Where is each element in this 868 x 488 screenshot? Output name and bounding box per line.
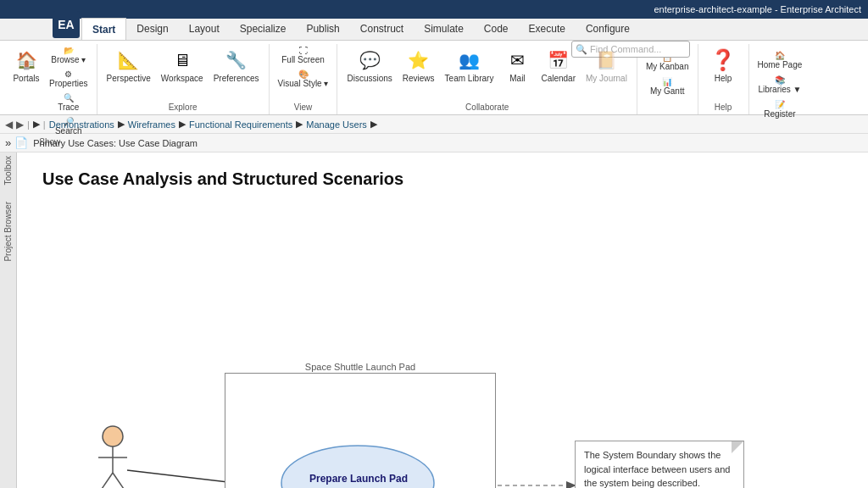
mail-button[interactable]: ✉ Mail — [499, 44, 535, 86]
libraries-button[interactable]: 📚 Libraries ▼ — [754, 74, 806, 96]
diagram-icon: 📄 — [14, 136, 28, 149]
ribbon-tabs: EA Start Design Layout Specialize Publis… — [0, 19, 868, 41]
libraries-label: Libraries ▼ — [758, 85, 801, 94]
mail-icon: ✉ — [504, 47, 531, 74]
portals-icon: 🏠 — [13, 47, 40, 74]
tab-construct[interactable]: Construct — [350, 18, 414, 40]
discussions-icon: 💬 — [356, 47, 383, 74]
journal-label: My Journal — [586, 74, 627, 84]
register-icon: 📝 — [775, 100, 785, 109]
portals-label: Portals — [13, 74, 39, 84]
nav-arrow-3: ▶ — [296, 119, 303, 130]
fullscreen-button[interactable]: ⛶ Full Screen — [275, 44, 332, 66]
collaborate-group-label: Collaborate — [465, 103, 509, 114]
nav-back[interactable]: ◀ — [5, 119, 13, 130]
tab-design[interactable]: Design — [126, 18, 178, 40]
register-button[interactable]: 📝 Register — [754, 98, 806, 120]
reviews-label: Reviews — [403, 74, 435, 84]
svg-line-7 — [100, 473, 113, 488]
help-button[interactable]: ❓ Help — [705, 44, 741, 86]
nav-sep-1: | — [27, 119, 30, 130]
breadcrumb-manage-users[interactable]: Manage Users — [306, 119, 367, 130]
libraries-icon: 📚 — [775, 75, 785, 85]
nav-sep-2: ▶ — [33, 119, 40, 130]
ea-logo[interactable]: EA — [53, 11, 80, 38]
project-browser-label[interactable]: Project Browser — [3, 202, 13, 262]
tab-simulate[interactable]: Simulate — [414, 18, 474, 40]
workspace-button[interactable]: 🖥 Workspace — [157, 44, 208, 86]
reviews-icon: ⭐ — [405, 47, 432, 74]
ribbon-group-collaborate: 💬 Discussions ⭐ Reviews 👥 Team Library ✉… — [337, 44, 637, 114]
note-box: The System Boundary shows the logical in… — [575, 441, 744, 488]
fullscreen-icon: ⛶ — [299, 46, 308, 55]
properties-icon: ⚙ — [64, 69, 72, 79]
breadcrumb-functional[interactable]: Functional Requirements — [189, 119, 292, 130]
register-label: Register — [764, 109, 795, 119]
collaborate-buttons: 💬 Discussions ⭐ Reviews 👥 Team Library ✉… — [342, 44, 631, 103]
tab-publish[interactable]: Publish — [296, 18, 349, 40]
toolbox-label[interactable]: Toolbox — [3, 156, 13, 185]
tab-configure[interactable]: Configure — [576, 18, 640, 40]
nav-sep-3: | — [43, 119, 46, 130]
discussions-button[interactable]: 💬 Discussions — [342, 44, 396, 86]
secondary-icons: » 📄 — [5, 136, 28, 149]
title-text: enterprise-architect-example - Enterpris… — [654, 4, 861, 14]
diagram-tab-label: Primary Use Cases: Use Case Diagram — [33, 138, 198, 148]
reviews-button[interactable]: ⭐ Reviews — [398, 44, 439, 86]
note-text: The System Boundary shows the logical in… — [584, 450, 730, 488]
discussions-label: Discussions — [347, 74, 392, 84]
explore-buttons: 📐 Perspective 🖥 Workspace 🔧 Preferences — [103, 44, 264, 103]
breadcrumb-demonstrations[interactable]: Demonstrations — [49, 119, 114, 130]
secondary-bar: » 📄 Primary Use Cases: Use Case Diagram — [0, 134, 868, 152]
actor-container: Ground Crew — [85, 424, 140, 488]
kanban-label: My Kanban — [646, 62, 689, 71]
nav-arrow-1: ▶ — [118, 119, 125, 130]
nav-arrow-2: ▶ — [179, 119, 186, 130]
main-layout: Toolbox Project Browser Use Case Analysi… — [0, 152, 868, 488]
perspective-button[interactable]: 📐 Perspective — [103, 44, 155, 86]
tab-layout[interactable]: Layout — [179, 18, 230, 40]
tab-code[interactable]: Code — [474, 18, 519, 40]
help-label: Help — [715, 74, 732, 84]
trace-icon: 🔍 — [64, 93, 74, 103]
browse-icon: 📂 — [64, 46, 74, 55]
calendar-label: Calendar — [541, 74, 576, 84]
portals-button[interactable]: 🏠 Portals — [8, 44, 44, 86]
browse-button[interactable]: 📂 Browse ▾ — [46, 44, 92, 66]
tab-start[interactable]: Start — [81, 18, 126, 40]
visual-style-button[interactable]: 🎨 Visual Style ▾ — [275, 68, 332, 90]
calendar-icon: 📅 — [545, 47, 572, 74]
gantt-label: My Gantt — [650, 86, 685, 96]
nav-arrow-4: ▶ — [370, 119, 377, 130]
ribbon: 🏠 Portals 📂 Browse ▾ ⚙ Properties 🔍 Trac… — [0, 41, 868, 115]
nav-forward[interactable]: ▶ — [16, 119, 24, 130]
trace-button[interactable]: 🔍 Trace — [46, 92, 92, 114]
ribbon-group-view: ⛶ Full Screen 🎨 Visual Style ▾ View — [270, 44, 338, 114]
breadcrumb-wireframes[interactable]: Wireframes — [128, 119, 175, 130]
home-page-button[interactable]: 🏠 Home Page — [754, 49, 806, 71]
home-page-icon: 🏠 — [775, 51, 785, 60]
chevron-right-icon[interactable]: » — [5, 136, 11, 149]
tab-execute[interactable]: Execute — [519, 18, 576, 40]
team-library-label: Team Library — [445, 74, 494, 84]
team-library-button[interactable]: 👥 Team Library — [441, 44, 498, 86]
perspective-icon: 📐 — [115, 47, 142, 74]
journal-icon: 📔 — [593, 47, 620, 74]
journal-button[interactable]: 📔 My Journal — [581, 44, 632, 86]
svg-point-4 — [103, 426, 123, 446]
my-gantt-button[interactable]: 📊 My Gantt — [643, 75, 693, 97]
svg-line-8 — [113, 473, 125, 488]
workspace-label: Workspace — [161, 74, 203, 84]
perspective-label: Perspective — [107, 74, 151, 84]
use-case-svg[interactable] — [275, 441, 441, 488]
preferences-button[interactable]: 🔧 Preferences — [209, 44, 264, 86]
gantt-icon: 📊 — [662, 77, 672, 86]
svg-point-9 — [281, 446, 434, 488]
ribbon-group-home-right: 🏠 Home Page 📚 Libraries ▼ 📝 Register — [749, 44, 811, 114]
title-bar: enterprise-architect-example - Enterpris… — [0, 0, 868, 19]
view-group-label: View — [294, 103, 313, 114]
tab-specialize[interactable]: Specialize — [230, 18, 297, 40]
properties-button[interactable]: ⚙ Properties — [46, 68, 92, 90]
home-page-label: Home Page — [758, 60, 803, 69]
diagram-title: Use Case Analysis and Structured Scenari… — [42, 169, 403, 189]
